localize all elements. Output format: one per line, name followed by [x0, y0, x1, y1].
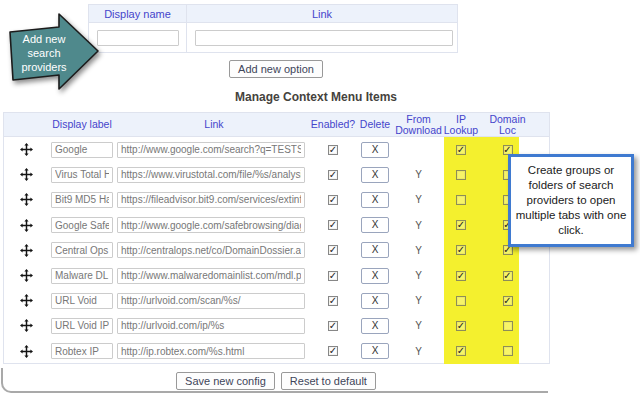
display-name-column-header: Display name: [89, 5, 186, 22]
enabled-checkbox[interactable]: [328, 296, 338, 306]
display-label-input[interactable]: [51, 268, 113, 284]
display-label-input[interactable]: [51, 217, 113, 233]
ip-lookup-checkbox[interactable]: [456, 245, 466, 255]
link-column-header: Link: [186, 5, 457, 22]
table-row: X Y: [4, 162, 549, 187]
drag-move-icon[interactable]: [20, 294, 33, 307]
drag-move-icon[interactable]: [20, 319, 33, 332]
menu-table-rows: X X Y: [4, 137, 549, 364]
arrow-line-2: search: [6, 46, 82, 60]
drag-move-icon[interactable]: [20, 193, 33, 206]
add-providers-arrow-callout: Add new search providers: [2, 6, 102, 94]
domain-loc-checkbox[interactable]: [503, 321, 513, 331]
enabled-checkbox[interactable]: [328, 170, 338, 180]
link-input[interactable]: [117, 217, 305, 233]
from-download-flag: Y: [415, 194, 422, 205]
domain-loc-checkbox[interactable]: [503, 346, 513, 356]
drag-move-icon[interactable]: [20, 269, 33, 282]
save-new-config-button[interactable]: Save new config: [176, 372, 275, 390]
table-row: X Y: [4, 213, 549, 238]
delete-button[interactable]: X: [361, 167, 389, 183]
drag-move-icon[interactable]: [20, 168, 33, 181]
enabled-checkbox[interactable]: [328, 195, 338, 205]
enabled-column-header: Enabled?: [312, 113, 354, 136]
domain-loc-column-header: Domain Loc: [481, 113, 534, 136]
menu-table-header: Display label Link Enabled? Delete From …: [4, 113, 549, 137]
table-row: X Y: [4, 288, 549, 313]
delete-button[interactable]: X: [361, 242, 389, 258]
enabled-checkbox[interactable]: [328, 346, 338, 356]
display-label-input[interactable]: [51, 167, 113, 183]
ip-lookup-checkbox[interactable]: [456, 145, 466, 155]
from-download-column-header: From Download: [396, 113, 441, 136]
link-input[interactable]: [117, 318, 305, 334]
groups-note-callout: Create groups or folders of search provi…: [508, 154, 634, 247]
delete-button[interactable]: X: [361, 343, 389, 359]
display-label-column-header: Display label: [48, 113, 116, 136]
enabled-checkbox[interactable]: [328, 145, 338, 155]
delete-button[interactable]: X: [361, 268, 389, 284]
display-label-input[interactable]: [51, 242, 113, 258]
domain-loc-checkbox[interactable]: [503, 296, 513, 306]
reset-to-default-button[interactable]: Reset to default: [281, 372, 376, 390]
display-label-input[interactable]: [51, 142, 113, 158]
domain-loc-checkbox[interactable]: [503, 271, 513, 281]
add-provider-table: Display name Link: [88, 4, 458, 53]
ip-lookup-checkbox[interactable]: [456, 271, 466, 281]
from-download-flag: Y: [415, 220, 422, 231]
ip-lookup-checkbox[interactable]: [456, 170, 466, 180]
from-download-flag: Y: [415, 169, 422, 180]
table-row: X Y: [4, 187, 549, 212]
delete-button[interactable]: X: [361, 192, 389, 208]
enabled-checkbox[interactable]: [328, 321, 338, 331]
from-download-flag: Y: [415, 295, 422, 306]
from-download-flag: Y: [415, 270, 422, 281]
link-input[interactable]: [117, 167, 305, 183]
display-label-input[interactable]: [51, 293, 113, 309]
delete-column-header: Delete: [354, 113, 396, 136]
drag-move-icon[interactable]: [20, 219, 33, 232]
enabled-checkbox[interactable]: [328, 271, 338, 281]
display-label-input[interactable]: [51, 318, 113, 334]
from-download-flag: Y: [415, 346, 422, 357]
arrow-line-1: Add new: [6, 32, 82, 46]
add-provider-table-header: Display name Link: [89, 5, 457, 23]
display-label-input[interactable]: [51, 343, 113, 359]
table-row: X Y: [4, 238, 549, 263]
ip-lookup-checkbox[interactable]: [456, 346, 466, 356]
arrow-callout-text: Add new search providers: [6, 32, 82, 74]
table-row: X Y: [4, 313, 549, 338]
drag-column-header: [4, 113, 48, 136]
enabled-checkbox[interactable]: [328, 245, 338, 255]
context-menu-items-table: Display label Link Enabled? Delete From …: [3, 112, 550, 364]
delete-button[interactable]: X: [361, 318, 389, 334]
delete-button[interactable]: X: [361, 142, 389, 158]
from-download-flag: Y: [415, 245, 422, 256]
ip-lookup-checkbox[interactable]: [456, 220, 466, 230]
table-row: X Y: [4, 263, 549, 288]
arrow-line-3: providers: [6, 60, 82, 74]
link-input[interactable]: [117, 268, 305, 284]
delete-button[interactable]: X: [361, 293, 389, 309]
link-input[interactable]: [117, 242, 305, 258]
new-display-name-input[interactable]: [97, 30, 179, 46]
link-column-header: Link: [116, 113, 312, 136]
display-label-input[interactable]: [51, 192, 113, 208]
link-input[interactable]: [117, 192, 305, 208]
add-new-option-button[interactable]: Add new option: [229, 60, 323, 78]
new-link-input[interactable]: [195, 30, 453, 46]
drag-move-icon[interactable]: [20, 143, 33, 156]
enabled-checkbox[interactable]: [328, 220, 338, 230]
link-input[interactable]: [117, 293, 305, 309]
delete-button[interactable]: X: [361, 217, 389, 233]
drag-move-icon[interactable]: [20, 244, 33, 257]
ip-lookup-checkbox[interactable]: [456, 195, 466, 205]
ip-lookup-checkbox[interactable]: [456, 321, 466, 331]
from-download-flag: Y: [415, 320, 422, 331]
ip-lookup-checkbox[interactable]: [456, 296, 466, 306]
table-row: X: [4, 137, 549, 162]
link-input[interactable]: [117, 142, 305, 158]
link-input[interactable]: [117, 343, 305, 359]
table-row: X Y: [4, 339, 549, 364]
drag-move-icon[interactable]: [20, 345, 33, 358]
